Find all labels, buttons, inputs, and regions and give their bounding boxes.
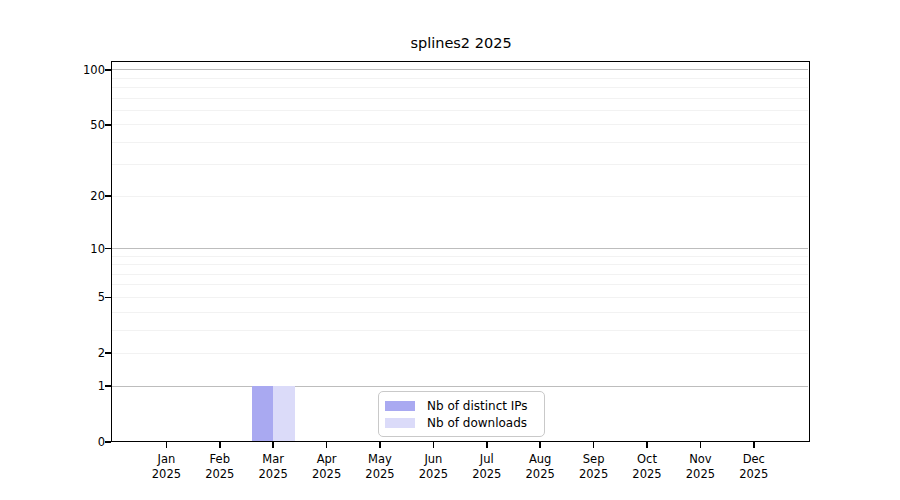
x-axis-tick-label: Jul2025 — [457, 452, 517, 482]
y-axis-tick-label: 50 — [45, 118, 105, 132]
month-label: Sep — [564, 452, 624, 467]
y-axis-tick — [105, 385, 111, 387]
year-label: 2025 — [350, 467, 410, 482]
year-label: 2025 — [670, 467, 730, 482]
x-axis-tick — [700, 442, 702, 448]
year-label: 2025 — [190, 467, 250, 482]
x-axis-tick-label: Jun2025 — [403, 452, 463, 482]
x-axis-tick-label: Nov2025 — [670, 452, 730, 482]
year-label: 2025 — [724, 467, 784, 482]
y-axis-tick-label: 100 — [45, 63, 105, 77]
y-axis-tick — [105, 124, 111, 126]
x-axis-tick — [326, 442, 328, 448]
year-label: 2025 — [136, 467, 196, 482]
y-axis-tick-label: 5 — [45, 290, 105, 304]
month-label: Feb — [190, 452, 250, 467]
x-axis-tick — [539, 442, 541, 448]
y-axis-tick-label: 2 — [45, 346, 105, 360]
year-label: 2025 — [403, 467, 463, 482]
legend-label: Nb of distinct IPs — [427, 399, 528, 413]
y-axis-tick-label: 0 — [45, 435, 105, 449]
y-axis-tick — [105, 195, 111, 197]
x-axis-tick-label: Sep2025 — [564, 452, 624, 482]
month-label: Apr — [297, 452, 357, 467]
legend: Nb of distinct IPsNb of downloads — [378, 391, 545, 437]
x-axis-tick-label: Apr2025 — [297, 452, 357, 482]
x-axis-tick — [272, 442, 274, 448]
y-axis-tick — [105, 297, 111, 299]
x-axis-tick-label: Jan2025 — [136, 452, 196, 482]
y-axis-tick-label: 10 — [45, 242, 105, 256]
year-label: 2025 — [297, 467, 357, 482]
month-label: Mar — [243, 452, 303, 467]
year-label: 2025 — [617, 467, 677, 482]
x-axis-tick — [593, 442, 595, 448]
month-label: Jun — [403, 452, 463, 467]
year-label: 2025 — [457, 467, 517, 482]
x-axis-tick-label: Oct2025 — [617, 452, 677, 482]
plot-area-border — [111, 61, 810, 442]
x-axis-tick-label: Aug2025 — [510, 452, 570, 482]
x-axis-tick — [486, 442, 488, 448]
month-label: Dec — [724, 452, 784, 467]
month-label: Jul — [457, 452, 517, 467]
legend-entry: Nb of downloads — [385, 415, 536, 432]
y-axis-tick — [105, 248, 111, 250]
legend-swatch — [385, 401, 415, 411]
x-axis-tick — [646, 442, 648, 448]
chart-title: splines2 2025 — [112, 35, 810, 51]
y-axis-tick — [105, 69, 111, 71]
x-axis-tick-label: Dec2025 — [724, 452, 784, 482]
y-axis-tick-label: 20 — [45, 189, 105, 203]
year-label: 2025 — [510, 467, 570, 482]
x-axis-tick-label: May2025 — [350, 452, 410, 482]
x-axis-tick — [433, 442, 435, 448]
x-axis-tick — [166, 442, 168, 448]
x-axis-tick — [753, 442, 755, 448]
y-axis-tick — [105, 441, 111, 443]
x-axis-tick — [219, 442, 221, 448]
y-axis-tick — [105, 352, 111, 354]
year-label: 2025 — [243, 467, 303, 482]
x-axis-tick — [379, 442, 381, 448]
month-label: Nov — [670, 452, 730, 467]
figure: splines2 2025 0125102050100Jan2025Feb202… — [0, 0, 900, 500]
x-axis-tick-label: Feb2025 — [190, 452, 250, 482]
x-axis-tick-label: Mar2025 — [243, 452, 303, 482]
month-label: Aug — [510, 452, 570, 467]
legend-entry: Nb of distinct IPs — [385, 397, 536, 414]
month-label: Jan — [136, 452, 196, 467]
legend-swatch — [385, 418, 415, 428]
month-label: Oct — [617, 452, 677, 467]
month-label: May — [350, 452, 410, 467]
legend-label: Nb of downloads — [427, 416, 527, 430]
year-label: 2025 — [564, 467, 624, 482]
y-axis-tick-label: 1 — [45, 379, 105, 393]
